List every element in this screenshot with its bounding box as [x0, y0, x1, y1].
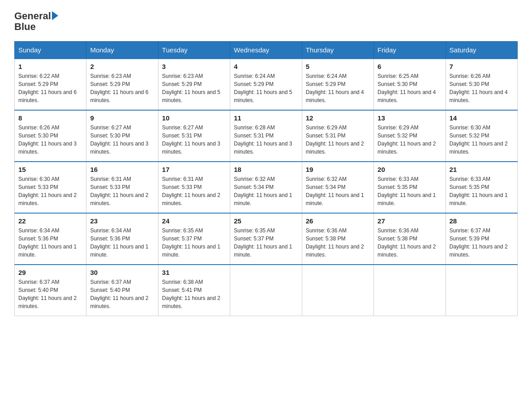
calendar-cell: 4Sunrise: 6:24 AMSunset: 5:29 PMDaylight… [230, 59, 302, 110]
calendar-cell: 28Sunrise: 6:37 AMSunset: 5:39 PMDayligh… [446, 213, 517, 265]
calendar-header-row: SundayMondayTuesdayWednesdayThursdayFrid… [15, 42, 518, 59]
day-info: Sunrise: 6:35 AMSunset: 5:37 PMDaylight:… [234, 227, 298, 259]
calendar-week-row: 1Sunrise: 6:22 AMSunset: 5:29 PMDaylight… [15, 59, 518, 110]
calendar-cell: 2Sunrise: 6:23 AMSunset: 5:29 PMDaylight… [86, 59, 158, 110]
day-info: Sunrise: 6:31 AMSunset: 5:33 PMDaylight:… [162, 175, 226, 207]
calendar-cell: 23Sunrise: 6:34 AMSunset: 5:36 PMDayligh… [86, 213, 158, 265]
calendar-week-row: 8Sunrise: 6:26 AMSunset: 5:30 PMDaylight… [15, 110, 518, 162]
calendar-week-row: 22Sunrise: 6:34 AMSunset: 5:36 PMDayligh… [15, 213, 518, 265]
calendar-cell: 25Sunrise: 6:35 AMSunset: 5:37 PMDayligh… [230, 213, 302, 265]
calendar-cell [302, 265, 373, 316]
day-number: 30 [90, 269, 154, 276]
day-number: 31 [162, 269, 226, 276]
day-number: 28 [450, 217, 514, 225]
calendar-cell: 8Sunrise: 6:26 AMSunset: 5:30 PMDaylight… [15, 110, 86, 162]
day-info: Sunrise: 6:37 AMSunset: 5:40 PMDaylight:… [18, 278, 82, 310]
calendar-header-friday: Friday [374, 42, 446, 59]
day-info: Sunrise: 6:37 AMSunset: 5:40 PMDaylight:… [90, 278, 154, 310]
day-number: 3 [162, 63, 226, 70]
calendar-cell: 31Sunrise: 6:38 AMSunset: 5:41 PMDayligh… [158, 265, 230, 316]
day-info: Sunrise: 6:32 AMSunset: 5:34 PMDaylight:… [234, 175, 298, 207]
day-info: Sunrise: 6:27 AMSunset: 5:31 PMDaylight:… [162, 124, 226, 156]
day-info: Sunrise: 6:36 AMSunset: 5:38 PMDaylight:… [378, 227, 442, 259]
calendar-table: SundayMondayTuesdayWednesdayThursdayFrid… [14, 41, 518, 316]
day-number: 23 [90, 217, 154, 225]
day-number: 16 [90, 166, 154, 173]
day-info: Sunrise: 6:36 AMSunset: 5:38 PMDaylight:… [306, 227, 370, 259]
calendar-week-row: 15Sunrise: 6:30 AMSunset: 5:33 PMDayligh… [15, 162, 518, 213]
calendar-cell [374, 265, 446, 316]
day-info: Sunrise: 6:35 AMSunset: 5:37 PMDaylight:… [162, 227, 226, 259]
day-number: 25 [234, 217, 298, 225]
calendar-header-sunday: Sunday [15, 42, 86, 59]
day-number: 10 [162, 114, 226, 122]
day-number: 6 [378, 63, 442, 70]
day-number: 12 [306, 114, 370, 122]
calendar-week-row: 29Sunrise: 6:37 AMSunset: 5:40 PMDayligh… [15, 265, 518, 316]
day-info: Sunrise: 6:33 AMSunset: 5:35 PMDaylight:… [378, 175, 442, 207]
day-number: 4 [234, 63, 298, 70]
calendar-cell: 24Sunrise: 6:35 AMSunset: 5:37 PMDayligh… [158, 213, 230, 265]
day-info: Sunrise: 6:23 AMSunset: 5:29 PMDaylight:… [162, 72, 226, 104]
day-number: 21 [450, 166, 514, 173]
calendar-cell [446, 265, 517, 316]
day-number: 24 [162, 217, 226, 225]
day-info: Sunrise: 6:25 AMSunset: 5:30 PMDaylight:… [378, 72, 442, 104]
day-number: 11 [234, 114, 298, 122]
calendar-cell: 13Sunrise: 6:29 AMSunset: 5:32 PMDayligh… [374, 110, 446, 162]
calendar-cell [230, 265, 302, 316]
day-number: 2 [90, 63, 154, 70]
day-number: 22 [18, 217, 82, 225]
day-info: Sunrise: 6:22 AMSunset: 5:29 PMDaylight:… [18, 72, 82, 104]
day-info: Sunrise: 6:24 AMSunset: 5:29 PMDaylight:… [234, 72, 298, 104]
day-number: 8 [18, 114, 82, 122]
day-number: 1 [18, 63, 82, 70]
day-number: 15 [18, 166, 82, 173]
calendar-cell: 17Sunrise: 6:31 AMSunset: 5:33 PMDayligh… [158, 162, 230, 213]
day-info: Sunrise: 6:34 AMSunset: 5:36 PMDaylight:… [18, 227, 82, 259]
day-number: 13 [378, 114, 442, 122]
day-info: Sunrise: 6:33 AMSunset: 5:35 PMDaylight:… [450, 175, 514, 207]
logo-text-general: General [14, 11, 51, 21]
day-info: Sunrise: 6:30 AMSunset: 5:33 PMDaylight:… [18, 175, 82, 207]
calendar-header-wednesday: Wednesday [230, 42, 302, 59]
logo-text-blue: Blue [14, 21, 58, 32]
calendar-cell: 7Sunrise: 6:26 AMSunset: 5:30 PMDaylight… [446, 59, 517, 110]
calendar-cell: 16Sunrise: 6:31 AMSunset: 5:33 PMDayligh… [86, 162, 158, 213]
calendar-cell: 11Sunrise: 6:28 AMSunset: 5:31 PMDayligh… [230, 110, 302, 162]
day-info: Sunrise: 6:29 AMSunset: 5:32 PMDaylight:… [378, 124, 442, 156]
day-info: Sunrise: 6:38 AMSunset: 5:41 PMDaylight:… [162, 278, 226, 310]
day-number: 20 [378, 166, 442, 173]
day-number: 9 [90, 114, 154, 122]
calendar-cell: 22Sunrise: 6:34 AMSunset: 5:36 PMDayligh… [15, 213, 86, 265]
day-number: 7 [450, 63, 514, 70]
day-info: Sunrise: 6:23 AMSunset: 5:29 PMDaylight:… [90, 72, 154, 104]
calendar-cell: 26Sunrise: 6:36 AMSunset: 5:38 PMDayligh… [302, 213, 373, 265]
calendar-cell: 5Sunrise: 6:24 AMSunset: 5:29 PMDaylight… [302, 59, 373, 110]
calendar-cell: 29Sunrise: 6:37 AMSunset: 5:40 PMDayligh… [15, 265, 86, 316]
page-header: General Blue [14, 11, 518, 32]
calendar-cell: 10Sunrise: 6:27 AMSunset: 5:31 PMDayligh… [158, 110, 230, 162]
day-info: Sunrise: 6:30 AMSunset: 5:32 PMDaylight:… [450, 124, 514, 156]
day-info: Sunrise: 6:37 AMSunset: 5:39 PMDaylight:… [450, 227, 514, 259]
calendar-header-saturday: Saturday [446, 42, 517, 59]
day-info: Sunrise: 6:26 AMSunset: 5:30 PMDaylight:… [18, 124, 82, 156]
day-info: Sunrise: 6:31 AMSunset: 5:33 PMDaylight:… [90, 175, 154, 207]
day-info: Sunrise: 6:28 AMSunset: 5:31 PMDaylight:… [234, 124, 298, 156]
calendar-header-monday: Monday [86, 42, 158, 59]
day-info: Sunrise: 6:32 AMSunset: 5:34 PMDaylight:… [306, 175, 370, 207]
day-number: 19 [306, 166, 370, 173]
day-number: 17 [162, 166, 226, 173]
day-info: Sunrise: 6:27 AMSunset: 5:30 PMDaylight:… [90, 124, 154, 156]
day-number: 14 [450, 114, 514, 122]
day-info: Sunrise: 6:26 AMSunset: 5:30 PMDaylight:… [450, 72, 514, 104]
calendar-cell: 15Sunrise: 6:30 AMSunset: 5:33 PMDayligh… [15, 162, 86, 213]
logo-arrow-icon [52, 11, 58, 20]
day-number: 5 [306, 63, 370, 70]
logo: General Blue [14, 11, 58, 32]
calendar-cell: 12Sunrise: 6:29 AMSunset: 5:31 PMDayligh… [302, 110, 373, 162]
calendar-cell: 27Sunrise: 6:36 AMSunset: 5:38 PMDayligh… [374, 213, 446, 265]
calendar-cell: 3Sunrise: 6:23 AMSunset: 5:29 PMDaylight… [158, 59, 230, 110]
calendar-cell: 20Sunrise: 6:33 AMSunset: 5:35 PMDayligh… [374, 162, 446, 213]
day-number: 29 [18, 269, 82, 276]
